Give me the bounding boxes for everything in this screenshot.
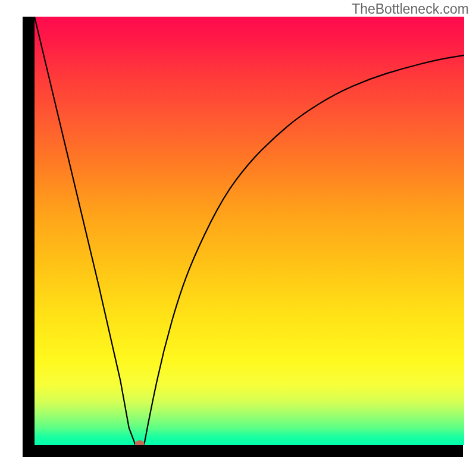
curve-layer	[35, 17, 464, 445]
curve-right-branch	[144, 55, 464, 445]
curve-left-branch	[35, 17, 136, 445]
plot-area	[35, 17, 464, 445]
min-marker	[135, 440, 145, 445]
watermark: TheBottleneck.com	[352, 1, 469, 17]
